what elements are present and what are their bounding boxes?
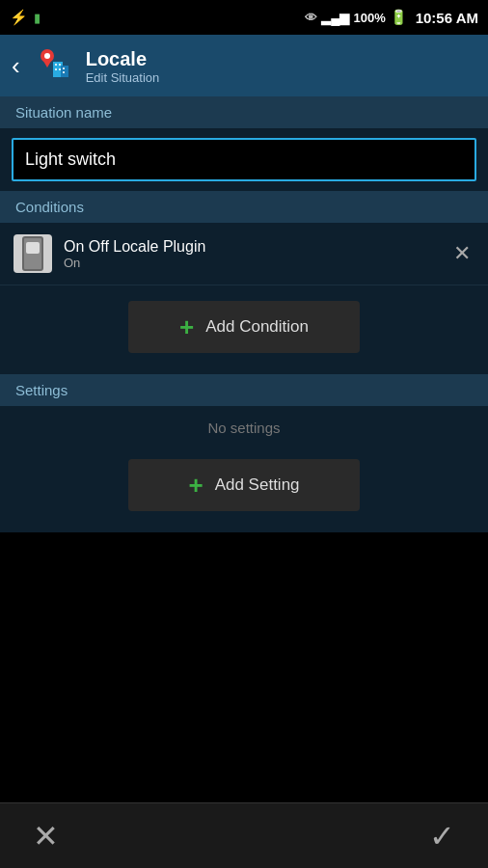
battery-small-icon: ▮ bbox=[34, 11, 41, 25]
bottom-bar: ✕ ✓ bbox=[0, 802, 488, 868]
add-setting-label: Add Setting bbox=[215, 475, 300, 495]
svg-rect-6 bbox=[59, 64, 61, 66]
add-setting-button[interactable]: + Add Setting bbox=[128, 459, 360, 511]
svg-rect-5 bbox=[55, 64, 57, 66]
condition-text: On Off Locale Plugin On bbox=[64, 238, 438, 270]
settings-section: No settings + Add Setting bbox=[0, 406, 488, 532]
battery-icon: 🔋 bbox=[390, 9, 408, 26]
svg-point-2 bbox=[44, 53, 50, 59]
svg-rect-8 bbox=[59, 68, 61, 70]
svg-marker-1 bbox=[41, 58, 53, 68]
back-button[interactable]: ‹ bbox=[12, 53, 20, 78]
condition-remove-button[interactable]: ✕ bbox=[449, 239, 474, 268]
status-right: 👁 ▂▄▆ 100% 🔋 10:56 AM bbox=[305, 9, 478, 26]
conditions-section: On Off Locale Plugin On ✕ + Add Conditio… bbox=[0, 223, 488, 374]
signal-icon: ▂▄▆ bbox=[321, 11, 349, 25]
switch-toggle bbox=[26, 242, 40, 254]
svg-rect-10 bbox=[63, 71, 65, 73]
time-display: 10:56 AM bbox=[416, 10, 478, 26]
situation-name-section-header: Situation name bbox=[0, 96, 488, 128]
battery-percent: 100% bbox=[353, 11, 385, 25]
settings-section-header: Settings bbox=[0, 374, 488, 406]
usb-icon: ⚡ bbox=[10, 9, 28, 26]
app-title: Locale bbox=[86, 47, 160, 70]
toolbar-subtitle: Edit Situation bbox=[86, 70, 160, 85]
add-condition-section: + Add Condition bbox=[0, 285, 488, 374]
svg-rect-9 bbox=[63, 68, 65, 69]
add-setting-icon: + bbox=[188, 473, 203, 498]
condition-value: On bbox=[64, 256, 438, 270]
switch-graphic bbox=[22, 236, 43, 271]
situation-name-section bbox=[0, 128, 488, 191]
situation-name-input[interactable] bbox=[12, 138, 476, 181]
add-condition-icon: + bbox=[179, 314, 194, 339]
app-logo bbox=[32, 44, 74, 87]
add-condition-label: Add Condition bbox=[205, 317, 309, 337]
add-condition-button[interactable]: + Add Condition bbox=[128, 301, 360, 353]
confirm-button[interactable]: ✓ bbox=[423, 812, 461, 860]
toolbar: ‹ Locale Edit Situation bbox=[0, 35, 488, 96]
conditions-section-header: Conditions bbox=[0, 191, 488, 223]
status-bar: ⚡ ▮ 👁 ▂▄▆ 100% 🔋 10:56 AM bbox=[0, 0, 488, 35]
condition-name: On Off Locale Plugin bbox=[64, 238, 438, 256]
toolbar-text: Locale Edit Situation bbox=[86, 47, 160, 85]
cancel-button[interactable]: ✕ bbox=[27, 812, 65, 860]
condition-item: On Off Locale Plugin On ✕ bbox=[0, 223, 488, 285]
status-left: ⚡ ▮ bbox=[10, 9, 41, 26]
condition-plugin-icon bbox=[14, 234, 52, 273]
no-settings-text: No settings bbox=[0, 406, 488, 444]
svg-rect-7 bbox=[55, 68, 57, 70]
add-setting-section: + Add Setting bbox=[0, 444, 488, 532]
eye-icon: 👁 bbox=[305, 11, 317, 25]
